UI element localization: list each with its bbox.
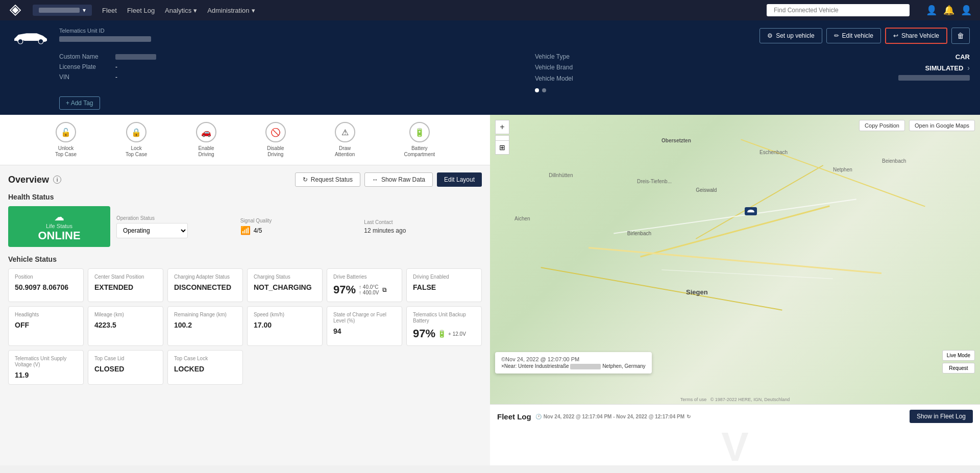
dot-1[interactable]: [535, 88, 539, 92]
enable-driving-icon: 🚗: [196, 122, 216, 142]
request-status-button[interactable]: ↻ Request Status: [295, 172, 360, 187]
svg-point-0: [18, 39, 23, 44]
analytics-dropdown-icon: ▾: [193, 7, 197, 14]
center-stand-card: Center Stand Position EXTENDED: [88, 268, 163, 302]
brand-chevron-icon[interactable]: ›: [967, 64, 970, 72]
speed-value: 17.00: [254, 321, 316, 329]
open-google-maps-button[interactable]: Open in Google Maps: [909, 120, 975, 131]
copy-position-button[interactable]: Copy Position: [859, 120, 905, 131]
main-area: 🔓 UnlockTop Case 🔒 LockTop Case 🚗 Enable…: [0, 115, 980, 465]
backup-battery-voltage: + 12.0V: [448, 331, 466, 337]
edit-layout-button[interactable]: Edit Layout: [437, 172, 482, 187]
headlights-card: Headlights OFF: [8, 306, 84, 346]
vehicle-model-value: [898, 75, 970, 81]
nav-analytics-link[interactable]: Analytics ▾: [165, 7, 197, 14]
disable-driving-icon: 🚫: [265, 122, 286, 142]
unlock-label: UnlockTop Case: [55, 145, 77, 158]
attention-icon: ⚠: [335, 122, 355, 142]
brand-selector-button[interactable]: ▾: [33, 5, 92, 16]
left-panel: 🔓 UnlockTop Case 🔒 LockTop Case 🚗 Enable…: [0, 115, 490, 465]
share-vehicle-button[interactable]: ↩ Share Vehicle: [885, 28, 947, 44]
cloud-icon: ☁: [54, 211, 64, 223]
remaining-range-card: Remaining Range (km) 100.2: [167, 306, 243, 346]
admin-dropdown-icon: ▾: [252, 7, 255, 14]
zoom-in-button[interactable]: +: [495, 120, 509, 134]
health-status-section: Health Status ☁ Life Status ONLINE Opera…: [8, 193, 482, 247]
vehicle-info-grid: Custom Name License Plate - VIN - Vehicl…: [10, 53, 970, 92]
raw-data-icon: ↔: [372, 176, 378, 183]
mileage-card: Mileage (km) 4223.5: [88, 306, 163, 346]
battery-details-icon[interactable]: ⧉: [382, 286, 387, 293]
unlock-top-case-button[interactable]: 🔓 UnlockTop Case: [55, 122, 77, 158]
charging-status-label: Charging Status: [254, 274, 316, 280]
battery-temp: ↑ 40.0°C: [359, 284, 379, 290]
setup-vehicle-button[interactable]: ⚙ Set up vehicle: [760, 28, 822, 43]
enable-driving-label: EnableDriving: [198, 145, 214, 158]
position-value: 50.9097 8.06706: [15, 283, 77, 291]
speed-card: Speed (km/h) 17.00: [247, 306, 323, 346]
battery-compartment-button[interactable]: 🔋 BatteryCompartment: [404, 122, 435, 158]
license-plate-row: License Plate -: [59, 63, 514, 70]
mileage-label: Mileage (km): [94, 312, 157, 318]
disable-driving-label: DisableDriving: [267, 145, 284, 158]
vehicle-type-row: Vehicle Type CAR: [535, 53, 970, 61]
refresh-icon: ↻: [303, 176, 308, 183]
backup-battery-card: Telematics Unit BackupBattery 97% 🔋 + 12…: [406, 306, 482, 346]
driving-enabled-label: Driving Enabled: [413, 274, 475, 280]
fleet-log-watermark: V: [721, 427, 748, 463]
driving-enabled-card: Driving Enabled FALSE: [406, 268, 482, 302]
telematics-id-value: [59, 36, 151, 42]
clock-icon: 🕐: [535, 414, 542, 419]
lock-top-case-button[interactable]: 🔒 LockTop Case: [126, 122, 147, 158]
backup-battery-label: Telematics Unit BackupBattery: [413, 312, 475, 324]
drive-batteries-card: Drive Batteries 97% ↑ 40.0°C ↑ 400.0V ⧉: [327, 268, 402, 302]
vehicle-header: Telematics Unit ID ⚙ Set up vehicle ✏ Ed…: [0, 20, 980, 115]
pagination-dots: [535, 88, 546, 92]
delete-vehicle-button[interactable]: 🗑: [951, 28, 970, 44]
last-contact-value: 12 minutes ago: [364, 227, 482, 234]
map-layers-button[interactable]: ⊞: [495, 140, 509, 155]
disable-driving-button[interactable]: 🚫 DisableDriving: [265, 122, 286, 158]
nav-fleet-log-link[interactable]: Fleet Log: [127, 7, 155, 14]
vehicle-map-marker: [745, 207, 757, 215]
svg-point-1: [38, 39, 43, 44]
edit-vehicle-button[interactable]: ✏ Edit vehicle: [826, 28, 881, 43]
show-in-fleet-log-button[interactable]: Show in Fleet Log: [910, 410, 973, 423]
add-tag-button[interactable]: + Add Tag: [59, 96, 100, 110]
dot-2[interactable]: [542, 88, 546, 92]
map-info-overlay: ©Nov 24, 2022 @ 12:07:00 PM ×Near: Unter…: [495, 352, 652, 374]
nav-administration-link[interactable]: Administration ▾: [207, 7, 255, 14]
request-map-button[interactable]: Request: [942, 363, 975, 374]
profile-menu-icon[interactable]: 👤: [961, 5, 972, 16]
enable-driving-button[interactable]: 🚗 EnableDriving: [196, 122, 216, 158]
map-top-actions: Copy Position Open in Google Maps: [859, 120, 975, 131]
life-status-value: ONLINE: [38, 229, 80, 242]
notification-icon[interactable]: 🔔: [943, 5, 954, 16]
center-stand-label: Center Stand Position: [94, 274, 157, 280]
show-raw-data-button[interactable]: ↔ Show Raw Data: [364, 172, 433, 187]
operation-status-select[interactable]: Operating: [116, 223, 188, 238]
lock-icon: 🔒: [126, 122, 146, 142]
user-avatar[interactable]: 👤: [926, 5, 937, 16]
vehicle-search-input[interactable]: [767, 4, 910, 16]
brand-logo: [8, 3, 22, 17]
trash-icon: 🗑: [957, 32, 964, 40]
custom-name-row: Custom Name: [59, 53, 514, 60]
nav-right-section: 👤 🔔 👤: [926, 5, 972, 16]
overview-header: Overview i ↻ Request Status ↔ Show Raw D…: [8, 172, 482, 187]
charging-adapter-label: Charging Adapter Status: [174, 274, 236, 280]
draw-attention-button[interactable]: ⚠ DrawAttention: [335, 122, 355, 158]
overview-info-icon[interactable]: i: [53, 176, 61, 184]
live-mode-button[interactable]: Live Mode: [942, 350, 975, 361]
signal-quality-value: 4/5: [254, 227, 262, 234]
charging-status-value: NOT_CHARGING: [254, 283, 316, 291]
vehicle-status-grid: Position 50.9097 8.06706 Center Stand Po…: [8, 268, 482, 385]
right-panel: Obersetzten Eschenbach Dillnhütten Netph…: [490, 115, 980, 465]
top-case-lid-card: Top Case Lid CLOSED: [88, 350, 163, 385]
custom-name-label: Custom Name: [59, 53, 115, 60]
map-container[interactable]: Obersetzten Eschenbach Dillnhütten Netph…: [490, 115, 980, 404]
pencil-icon: ✏: [834, 32, 839, 39]
vehicle-brand-label: Vehicle Brand: [535, 64, 591, 72]
nav-fleet-link[interactable]: Fleet: [102, 7, 117, 14]
refresh-fleet-icon[interactable]: ↻: [687, 414, 691, 419]
